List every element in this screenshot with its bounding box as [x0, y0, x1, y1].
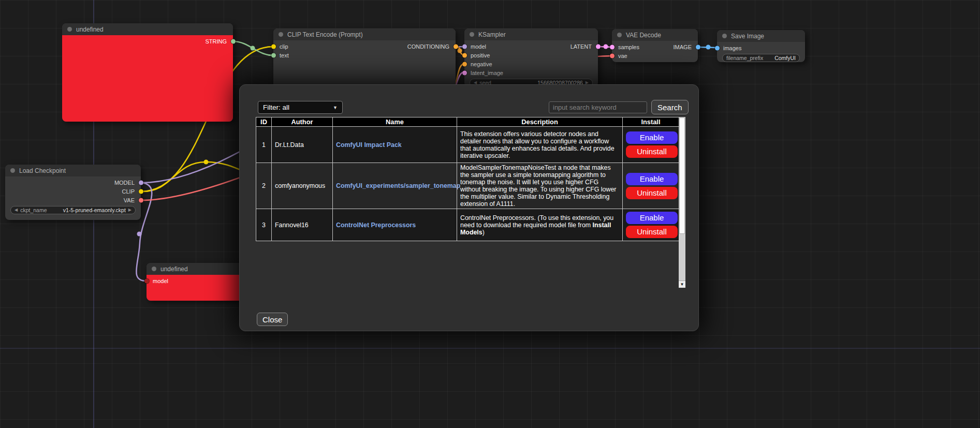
- install-custom-nodes-dialog: Filter: all ▼ Search ID Author Name Desc…: [239, 84, 699, 331]
- images-input-port[interactable]: [715, 46, 720, 50]
- filename-prefix-label: filename_prefix: [726, 55, 763, 61]
- slot-row: images: [717, 43, 805, 52]
- slot-row: latent_image: [464, 68, 598, 77]
- extension-link[interactable]: ComfyUI Impact Pack: [336, 141, 402, 149]
- cell-description: This extension offers various detector n…: [457, 127, 623, 163]
- ckpt-name-widget[interactable]: ◀ ckpt_name v1-5-pruned-emaonly.ckpt ▶: [10, 206, 136, 214]
- node-title-bar[interactable]: VAE Decode: [612, 29, 698, 41]
- model-input-port[interactable]: [144, 278, 149, 283]
- collapse-dot-icon[interactable]: [10, 168, 15, 173]
- scroll-down-arrow-icon[interactable]: ▼: [679, 281, 685, 288]
- model-input-port[interactable]: [462, 44, 467, 49]
- node-title: CLIP Text Encode (Prompt): [287, 31, 363, 38]
- samples-input-port[interactable]: [610, 45, 615, 49]
- clip-input-label: clip: [280, 43, 288, 50]
- column-header-description: Description: [457, 117, 623, 127]
- slot-row: STRING: [62, 37, 233, 46]
- text-input-label: text: [280, 52, 289, 58]
- filter-select-value: Filter: all: [263, 104, 289, 111]
- latent-output-port[interactable]: [596, 44, 601, 49]
- node-title: Save Image: [731, 33, 764, 40]
- model-output-label: MODEL: [114, 180, 135, 186]
- slot-row: VAE: [5, 196, 141, 204]
- cell-author: Fannovel16: [272, 209, 333, 241]
- prev-arrow-icon[interactable]: ◀: [14, 208, 18, 212]
- uninstall-button[interactable]: Uninstall: [626, 145, 678, 158]
- images-input-label: images: [723, 45, 741, 51]
- close-button[interactable]: Close: [257, 313, 288, 326]
- collapse-dot-icon[interactable]: [470, 32, 474, 37]
- negative-input-label: negative: [471, 61, 492, 67]
- node-title: VAE Decode: [626, 32, 661, 39]
- cell-author: comfyanonymous: [272, 163, 333, 209]
- vae-output-label: VAE: [124, 197, 135, 203]
- latent-image-input-port[interactable]: [462, 70, 467, 75]
- cell-id: 1: [256, 127, 272, 163]
- column-header-id: ID: [256, 117, 272, 127]
- string-output-label: STRING: [205, 38, 227, 45]
- column-header-install: Install: [623, 117, 679, 127]
- model-input-label: model: [471, 43, 486, 50]
- vae-input-label: vae: [618, 53, 627, 59]
- node-title-bar[interactable]: KSampler: [464, 28, 598, 40]
- enable-button[interactable]: Enable: [626, 212, 678, 224]
- chevron-down-icon: ▼: [333, 105, 338, 110]
- collapse-dot-icon[interactable]: [152, 267, 156, 271]
- collapse-dot-icon[interactable]: [617, 33, 622, 37]
- cell-description: ModelSamplerTonemapNoiseTest a node that…: [457, 163, 623, 209]
- node-title-bar[interactable]: Load Checkpoint: [5, 165, 141, 176]
- filename-prefix-value: ComfyUI: [774, 55, 796, 61]
- node-title-bar[interactable]: Save Image: [717, 30, 805, 42]
- scrollbar-thumb[interactable]: [679, 117, 685, 234]
- positive-input-port[interactable]: [462, 53, 467, 57]
- enable-button[interactable]: Enable: [626, 173, 678, 185]
- string-output-port[interactable]: [231, 39, 236, 43]
- conditioning-output-port[interactable]: [454, 44, 458, 49]
- slot-row: text: [273, 51, 456, 60]
- node-vae-decode[interactable]: VAE Decode samples IMAGE vae: [612, 29, 698, 62]
- search-button[interactable]: Search: [651, 100, 689, 114]
- enable-button[interactable]: Enable: [626, 131, 678, 144]
- custom-nodes-table: ID Author Name Description Install 1 Dr.…: [256, 117, 679, 241]
- uninstall-button[interactable]: Uninstall: [626, 226, 678, 238]
- table-scrollbar[interactable]: ▼: [679, 117, 685, 288]
- negative-input-port[interactable]: [462, 62, 467, 66]
- node-undefined-top[interactable]: undefined STRING: [62, 23, 233, 122]
- table-row: 3 Fannovel16 ControlNet Preprocessors Co…: [256, 209, 679, 241]
- collapse-dot-icon[interactable]: [67, 27, 72, 32]
- vae-output-port[interactable]: [139, 198, 143, 202]
- model-output-port[interactable]: [139, 180, 143, 185]
- next-arrow-icon[interactable]: ▶: [128, 208, 131, 212]
- image-output-label: IMAGE: [674, 44, 692, 50]
- slot-row: CLIP: [5, 187, 141, 196]
- uninstall-button[interactable]: Uninstall: [626, 187, 678, 199]
- slot-row: positive: [464, 51, 598, 60]
- extension-link[interactable]: ComfyUI_experiments/sampler_tonemap: [336, 182, 460, 189]
- slot-row: model LATENT: [464, 42, 598, 51]
- search-input[interactable]: [549, 101, 647, 113]
- image-output-port[interactable]: [696, 45, 700, 49]
- cell-description: ControlNet Preprocessors. (To use this e…: [457, 209, 623, 241]
- filename-prefix-widget[interactable]: filename_prefix ComfyUI: [722, 54, 800, 62]
- clip-output-port[interactable]: [139, 189, 143, 194]
- cell-author: Dr.Lt.Data: [272, 127, 333, 163]
- collapse-dot-icon[interactable]: [722, 34, 727, 38]
- text-input-port[interactable]: [271, 53, 276, 57]
- slot-row: MODEL: [5, 178, 141, 187]
- collapse-dot-icon[interactable]: [279, 32, 283, 37]
- filter-select[interactable]: Filter: all ▼: [258, 101, 343, 114]
- node-title: KSampler: [478, 31, 506, 38]
- clip-input-port[interactable]: [271, 44, 276, 49]
- model-input-label: model: [153, 278, 168, 284]
- table-row: 1 Dr.Lt.Data ComfyUI Impact Pack This ex…: [256, 127, 679, 163]
- node-title: undefined: [160, 265, 188, 273]
- node-save-image[interactable]: Save Image images filename_prefix ComfyU…: [717, 30, 805, 62]
- ckpt-name-label: ckpt_name: [20, 207, 47, 213]
- vae-input-port[interactable]: [610, 53, 615, 58]
- node-load-checkpoint[interactable]: Load Checkpoint MODEL CLIP VAE ◀ ckpt_na…: [5, 165, 141, 220]
- node-ksampler[interactable]: KSampler model LATENT positive negative …: [464, 28, 598, 87]
- node-title-bar[interactable]: undefined: [62, 23, 233, 35]
- node-title-bar[interactable]: CLIP Text Encode (Prompt): [273, 28, 456, 40]
- extension-link[interactable]: ControlNet Preprocessors: [336, 222, 416, 229]
- table-row: 2 comfyanonymous ComfyUI_experiments/sam…: [256, 163, 679, 209]
